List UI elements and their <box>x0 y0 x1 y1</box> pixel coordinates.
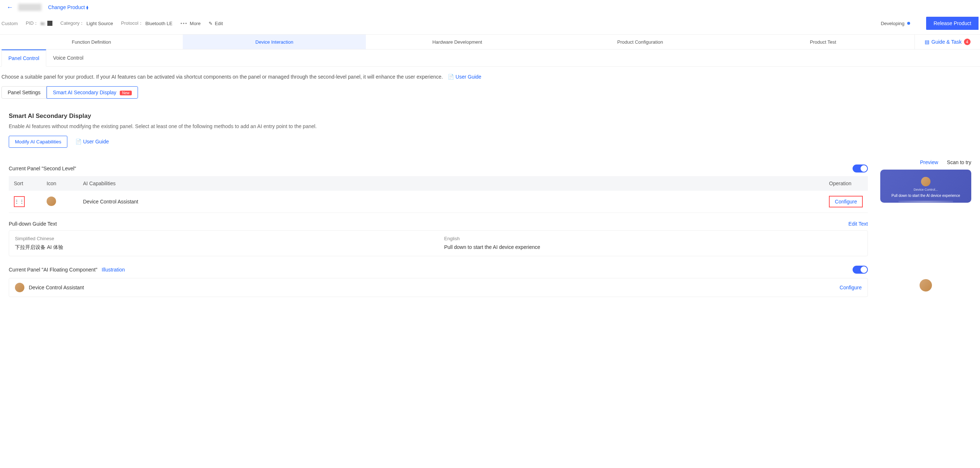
meta-pid: PID： iic <box>26 20 52 27</box>
configure-button[interactable]: Configure <box>829 196 863 208</box>
drag-handle-icon[interactable]: ⋮⋮ <box>14 196 25 207</box>
lang-label-en: English <box>444 236 862 241</box>
floating-item-name: Device Control Assistant <box>29 285 84 290</box>
change-product-link[interactable]: Change Product ▴▾ <box>48 4 89 10</box>
subtab-smart-ai[interactable]: Smart AI Secondary Display New <box>46 86 138 98</box>
panel-tabs: Panel Control Voice Control <box>0 49 980 67</box>
guide-task-link[interactable]: ▤ Guide & Task 4 <box>915 35 980 49</box>
tab-voice-control[interactable]: Voice Control <box>46 49 90 66</box>
floating-item-icon <box>15 283 24 292</box>
floating-title: Current Panel "AI Floating Component" Il… <box>9 267 125 273</box>
second-level-title: Current Panel "Second Level" <box>9 166 76 171</box>
edit-link[interactable]: ✎ Edit <box>208 21 223 26</box>
preview-avatar-icon <box>921 177 931 186</box>
copy-icon[interactable] <box>47 21 52 26</box>
file-icon: 📄 <box>75 139 81 144</box>
meta-protocol: Protocol：Bluetooth LE <box>121 20 173 27</box>
preview-tab-scan[interactable]: Scan to try <box>947 159 971 165</box>
floating-item-row: Device Control Assistant Configure <box>9 278 868 297</box>
release-product-button[interactable]: Release Product <box>926 17 978 30</box>
product-name-blurred <box>18 4 41 11</box>
second-level-toggle[interactable] <box>853 165 868 173</box>
step-product-test[interactable]: Product Test <box>732 35 915 49</box>
table-row: ⋮⋮ Device Control Assistant Configure <box>9 191 868 213</box>
tab-panel-control[interactable]: Panel Control <box>2 49 46 67</box>
user-guide-link-top[interactable]: 📄 User Guide <box>448 74 481 80</box>
lang-label-zh: Simplified Chinese <box>15 236 433 241</box>
status-dot-icon <box>907 22 910 25</box>
col-capabilities: AI Capabilities <box>78 176 824 191</box>
subtab-panel-settings[interactable]: Panel Settings <box>2 86 46 98</box>
edit-text-link[interactable]: Edit Text <box>849 221 868 227</box>
change-product-label: Change Product <box>48 4 85 10</box>
col-sort: Sort <box>9 176 41 191</box>
col-icon: Icon <box>41 176 78 191</box>
step-hardware-development[interactable]: Hardware Development <box>366 35 549 49</box>
illustration-link[interactable]: Illustration <box>102 267 125 273</box>
floating-toggle[interactable] <box>853 266 868 274</box>
preview-floating-avatar-icon <box>920 279 932 292</box>
floating-configure-link[interactable]: Configure <box>840 285 862 290</box>
stepper-nav: Function Definition Device Interaction H… <box>0 34 980 49</box>
page-description: Choose a suitable panel for your product… <box>2 74 443 80</box>
chevron-updown-icon: ▴▾ <box>86 5 89 10</box>
preview-tab-preview[interactable]: Preview <box>920 159 938 165</box>
meta-custom: Custom <box>2 21 18 26</box>
step-product-configuration[interactable]: Product Configuration <box>549 35 731 49</box>
preview-card-sub: Device Control... <box>884 188 967 192</box>
section-desc: Enable AI features without modifying the… <box>2 122 978 136</box>
preview-card: Device Control... Pull down to start the… <box>880 170 971 203</box>
lang-value-zh: 下拉开启设备 AI 体验 <box>15 244 433 251</box>
meta-category: Category：Light Source <box>60 20 113 27</box>
guide-task-badge: 4 <box>964 38 970 45</box>
capability-icon <box>46 197 56 206</box>
pencil-icon: ✎ <box>208 21 213 26</box>
new-badge: New <box>120 90 131 95</box>
preview-card-text: Pull down to start the AI device experie… <box>884 194 967 198</box>
modify-ai-button[interactable]: Modify AI Capabilities <box>9 136 67 148</box>
pulldown-title: Pull-down Guide Text <box>9 221 57 227</box>
guide-text-box: Simplified Chinese 下拉开启设备 AI 体验 English … <box>9 230 868 256</box>
step-function-definition[interactable]: Function Definition <box>0 35 183 49</box>
status-developing: Developing <box>881 21 910 26</box>
more-dots-icon: ••• <box>181 21 188 26</box>
second-level-table: Sort Icon AI Capabilities Operation ⋮⋮ D… <box>9 176 868 213</box>
capability-name: Device Control Assistant <box>78 191 824 213</box>
file-icon: 📄 <box>448 74 454 80</box>
col-operation: Operation <box>824 176 868 191</box>
list-icon: ▤ <box>925 39 929 45</box>
more-link[interactable]: ••• More <box>181 21 200 26</box>
user-guide-link-section[interactable]: 📄 User Guide <box>75 139 109 144</box>
back-arrow-icon[interactable]: ← <box>4 4 16 11</box>
step-device-interaction[interactable]: Device Interaction <box>183 35 366 49</box>
lang-value-en: Pull down to start the AI device experie… <box>444 244 862 250</box>
section-title: Smart AI Secondary Display <box>2 108 978 122</box>
